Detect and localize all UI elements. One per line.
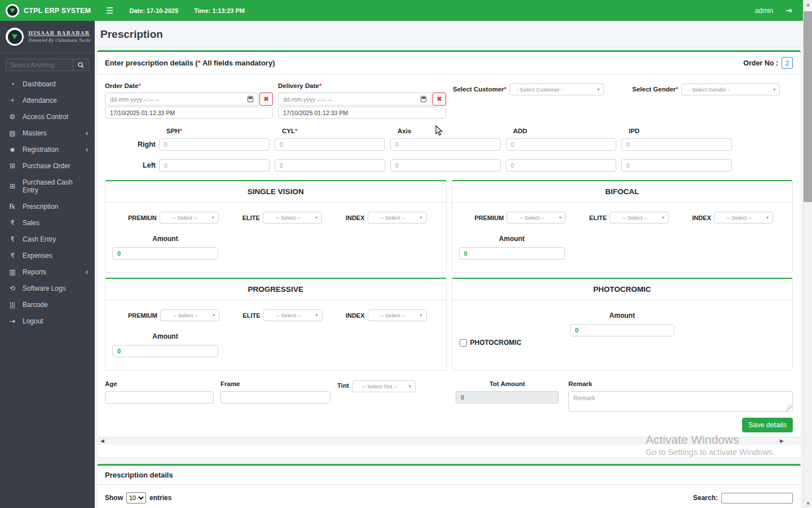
rx-col-header-ipd: IPD	[625, 128, 735, 134]
order-date-value-input[interactable]	[105, 107, 273, 119]
rupee-icon: ₹	[7, 219, 18, 227]
delivery-date-value-input[interactable]	[278, 107, 446, 119]
sidebar-item-reports[interactable]: ▥Reports‹	[0, 264, 95, 280]
save-details-button[interactable]: Save details	[742, 418, 793, 432]
sv-index-select[interactable]: -- Select --▾	[368, 212, 427, 224]
scroll-left-arrow[interactable]: ◀	[100, 438, 104, 444]
remark-label: Remark	[568, 380, 793, 387]
pg-index-select[interactable]: -- Select --▾	[368, 309, 427, 321]
sidebar-item-access-control[interactable]: ⚙Access Control	[0, 108, 95, 125]
history-icon: ⟲	[7, 284, 18, 292]
pg-amount-input[interactable]	[112, 345, 218, 357]
sv-amount-label: Amount	[112, 235, 218, 243]
sidebar-item-dashboard[interactable]: ◔Dashboard	[0, 76, 95, 92]
rx-input-left-sph[interactable]	[159, 159, 270, 172]
sidebar-item-masters[interactable]: ▤Masters‹	[0, 125, 95, 141]
frame-input[interactable]	[220, 391, 330, 404]
pg-premium-select[interactable]: -- Select --▾	[160, 309, 219, 321]
chevron-down-icon: ▾	[407, 384, 415, 389]
rx-input-right-axis[interactable]	[390, 138, 501, 151]
sidebar-item-registration[interactable]: ☻Registration‹	[0, 141, 95, 157]
pg-elite-select[interactable]: -- Select --▾	[263, 309, 323, 321]
top-bar: CTPL ERP SYSTEM ☰ Date: 17-10-2025 Time:…	[0, 0, 803, 21]
ph-amount-input[interactable]	[570, 324, 674, 336]
barcode-icon: |||	[7, 301, 18, 309]
rx-input-right-add[interactable]	[506, 138, 616, 151]
sidebar-item-logout[interactable]: ⇥Logout	[0, 313, 95, 329]
user-menu[interactable]: admin	[754, 7, 773, 15]
sidebar-item-purchase-order[interactable]: ⊞Purchase Order	[0, 157, 95, 174]
sv-index-label: INDEX	[346, 214, 365, 221]
rx-col-header-cyl: CYL*	[278, 128, 389, 134]
vertical-scrollbar[interactable]: ▲ ▼	[803, 0, 812, 508]
sidebar-item-label: Cash Entry	[23, 235, 56, 243]
tint-select[interactable]: -- Select Tint --▾	[352, 380, 416, 392]
entries-label: entries	[149, 494, 171, 502]
bf-premium-select[interactable]: -- Select --▾	[506, 212, 566, 224]
sidebar-item-software-logs[interactable]: ⟲Software Logs	[0, 280, 95, 296]
search-input[interactable]	[6, 59, 73, 71]
sv-elite-select[interactable]: -- Select --▾	[263, 212, 322, 224]
calendar-icon[interactable]	[421, 96, 426, 102]
delivery-date-picker[interactable]: dd-mm-yyyy --:-- --	[278, 93, 431, 106]
sidebar-item-sales[interactable]: ₹Sales	[0, 214, 95, 231]
ph-amount-label: Amount	[569, 312, 675, 319]
rx-input-left-axis[interactable]	[390, 159, 501, 172]
sidebar-divider	[0, 52, 95, 53]
bf-elite-select[interactable]: -- Select --▾	[610, 212, 669, 224]
rx-row-label: Left	[105, 161, 159, 169]
sidebar-item-prescription[interactable]: ℞Prescription	[0, 198, 95, 214]
search-icon[interactable]	[73, 59, 89, 71]
order-date-picker[interactable]: dd-mm-yyyy --:-- --	[105, 93, 258, 106]
chevron-down-icon: ▾	[557, 215, 565, 220]
remark-textarea[interactable]	[568, 391, 793, 412]
rx-input-left-ipd[interactable]	[621, 159, 732, 172]
progressive-title: PROGRESSIVE	[105, 279, 446, 300]
photocromic-checkbox[interactable]	[460, 339, 467, 347]
rx-input-right-ipd[interactable]	[621, 138, 732, 151]
order-date-clear-button[interactable]: ✖	[259, 93, 273, 106]
delivery-date-clear-button[interactable]: ✖	[433, 93, 446, 106]
bf-amount-input[interactable]	[459, 247, 565, 260]
chevron-down-icon: ▾	[660, 215, 668, 220]
rx-input-left-cyl[interactable]	[275, 159, 385, 172]
scrollbar-thumb[interactable]	[804, 11, 812, 202]
sidebar-item-expenses[interactable]: ₹Expenses	[0, 247, 95, 264]
rx-input-right-sph[interactable]	[159, 138, 270, 151]
chevron-down-icon: ▾	[313, 215, 321, 220]
sidebar-item-cash-entry[interactable]: ₹Cash Entry	[0, 231, 95, 247]
age-label: Age	[105, 380, 214, 387]
sv-premium-select[interactable]: -- Select --▾	[160, 212, 219, 224]
hamburger-menu-icon[interactable]: ☰	[106, 6, 113, 16]
age-input[interactable]	[105, 391, 214, 404]
sv-amount-input[interactable]	[112, 247, 218, 260]
app-title: CTPL ERP SYSTEM	[24, 7, 91, 15]
rupee-icon: ₹	[7, 252, 18, 260]
gender-select[interactable]: - Select Gender -▾	[681, 84, 780, 95]
calendar-icon[interactable]	[248, 96, 253, 102]
form-card-title: Enter prescription details (* All fields…	[105, 59, 275, 67]
activate-windows-watermark-sub: Go to Settings to activate Windows.	[646, 448, 775, 457]
chevron-left-icon: ‹	[86, 268, 88, 276]
scroll-up-arrow[interactable]: ▲	[804, 0, 812, 9]
sidebar-item-barcode[interactable]: |||Barcode	[0, 296, 95, 313]
rx-input-left-add[interactable]	[506, 159, 616, 172]
rx-col-header-add: ADD	[509, 128, 620, 134]
logout-icon[interactable]: ⇥	[785, 6, 792, 15]
page-header: Prescription	[95, 21, 803, 47]
customer-label: Select Customer*	[453, 86, 506, 93]
bf-index-select[interactable]: -- Select --▾	[714, 212, 773, 224]
customer-select[interactable]: - Select Customer -▾	[509, 84, 604, 95]
customer-group: Select Customer* - Select Customer -▾	[453, 84, 604, 95]
scroll-down-arrow[interactable]: ▼	[804, 499, 812, 508]
sidebar-item-attendance[interactable]: +Attendance	[0, 92, 95, 108]
sidebar-item-purchased-cash-entry[interactable]: ⊞Purchased Cash Entry	[0, 174, 95, 198]
rx-input-right-cyl[interactable]	[275, 138, 385, 151]
tint-group: Tint -- Select Tint --▾	[337, 380, 416, 392]
entries-select[interactable]: 10	[126, 492, 146, 503]
table-search-input[interactable]	[721, 493, 793, 503]
bifocal-title: BIFOCAL	[452, 181, 793, 203]
pg-premium-label: PREMIUM	[128, 312, 157, 319]
scroll-right-arrow[interactable]: ▶	[780, 438, 784, 444]
sidebar-brand: HISAAB BARABAR Powered By Culminate Tech…	[0, 21, 95, 52]
